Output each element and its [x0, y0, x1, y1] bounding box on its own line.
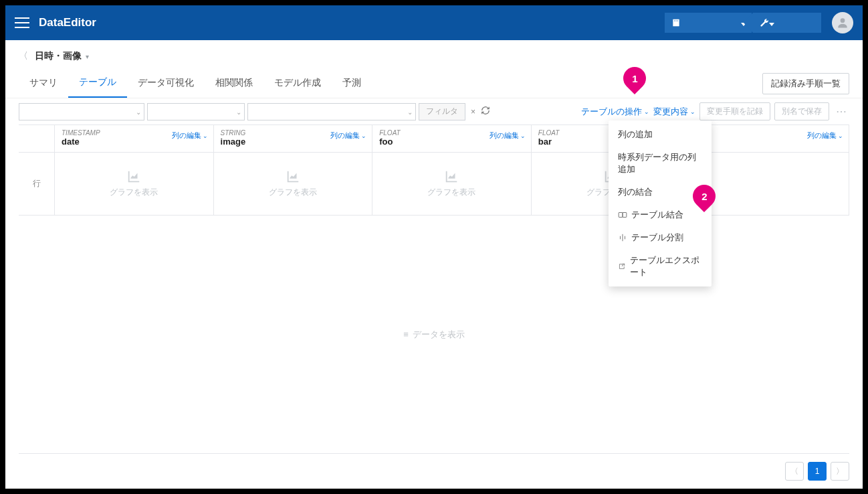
column-edit-link[interactable]: 列の編集⌄	[807, 131, 843, 141]
column-edit-link[interactable]: 列の編集⌄	[330, 131, 366, 141]
menu-add-column[interactable]: 列の追加	[609, 123, 712, 146]
filter-select-3[interactable]: ⌄	[247, 103, 416, 120]
pager-next[interactable]: 〉	[831, 462, 849, 481]
page-title: 日時・画像	[35, 50, 82, 62]
svg-point-4	[841, 18, 845, 23]
svg-rect-3	[677, 21, 678, 21]
tab-summary[interactable]: サマリ	[19, 70, 68, 97]
row-header-spacer	[19, 125, 55, 152]
table-ops-label: テーブルの操作	[581, 106, 642, 118]
tabs-bar: サマリ テーブル データ可視化 相関関係 モデル作成 予測 記録済み手順一覧	[5, 70, 863, 98]
record-steps-button[interactable]: 変更手順を記録	[699, 102, 770, 120]
chart-icon	[444, 169, 459, 184]
column-edit-link[interactable]: 列の編集⌄	[490, 131, 526, 141]
tab-predict[interactable]: 予測	[332, 70, 372, 97]
wrench-icon	[760, 18, 769, 27]
tab-correlation[interactable]: 相関関係	[205, 70, 263, 97]
filter-bar: ⌄ ⌄ ⌄ フィルタ × テーブルの操作⌄ 変更内容⌄ 変更手順を記録 別名で保…	[5, 98, 863, 125]
chart-icon	[126, 169, 141, 184]
column-header-image: STRING image 列の編集⌄	[214, 125, 373, 152]
recorded-steps-button[interactable]: 記録済み手順一覧	[762, 73, 849, 94]
filter-select-1[interactable]: ⌄	[19, 103, 144, 120]
graph-row: 行 グラフを表示 グラフを表示 グラフを表示 グラフを表示	[19, 153, 849, 216]
clear-filter-icon[interactable]: ×	[471, 107, 475, 116]
tools-dropdown[interactable]	[753, 13, 821, 33]
person-icon	[836, 16, 849, 29]
column-header-foo: FLOAT foo 列の編集⌄	[372, 125, 532, 152]
menu-export-table[interactable]: テーブルエクスポート	[609, 249, 712, 284]
user-avatar[interactable]	[832, 12, 853, 33]
save-as-button[interactable]: 別名で保存	[774, 102, 829, 120]
back-chevron-icon[interactable]: 〈	[19, 50, 28, 62]
app-title: DataEditor	[39, 16, 96, 29]
changes-label: 変更内容	[653, 106, 688, 118]
table-area: TIMESTAMP date 列の編集⌄ STRING image 列の編集⌄ …	[5, 125, 863, 457]
refresh-icon[interactable]	[481, 106, 490, 117]
menu-icon[interactable]	[15, 17, 29, 28]
export-icon	[618, 262, 626, 271]
svg-rect-1	[674, 21, 675, 21]
graph-cell[interactable]: グラフを表示	[372, 153, 532, 215]
org-dropdown[interactable]	[665, 13, 752, 33]
breadcrumb: 〈 日時・画像 ▾	[5, 40, 863, 70]
pagination: 〈 1 〉	[5, 457, 863, 489]
callout-pin-2: 2	[693, 185, 716, 214]
column-edit-link[interactable]: 列の編集⌄	[172, 131, 208, 141]
show-data-label[interactable]: データを表示	[413, 329, 465, 341]
split-icon	[618, 233, 627, 242]
callout-pin-1: 1	[623, 67, 646, 96]
building-icon	[671, 18, 681, 27]
chart-icon	[286, 169, 300, 184]
pager-page-1[interactable]: 1	[808, 462, 827, 481]
menu-add-ts-column[interactable]: 時系列データ用の列追加	[609, 146, 712, 181]
svg-rect-5	[619, 213, 623, 218]
title-dropdown-icon[interactable]: ▾	[86, 53, 89, 60]
tab-table[interactable]: テーブル	[68, 70, 127, 98]
filter-button[interactable]: フィルタ	[419, 103, 465, 120]
svg-rect-2	[675, 21, 676, 21]
table-body-empty: ≡ データを表示	[19, 216, 849, 454]
table-header: TIMESTAMP date 列の編集⌄ STRING image 列の編集⌄ …	[19, 125, 849, 153]
column-header-empty: 列の編集⌄	[690, 125, 849, 152]
menu-split-table[interactable]: テーブル分割	[609, 226, 712, 249]
list-bullet-icon: ≡	[403, 329, 409, 339]
app-topbar: DataEditor	[5, 5, 863, 40]
tab-visualize[interactable]: データ可視化	[127, 70, 205, 97]
table-ops-link[interactable]: テーブルの操作⌄	[581, 106, 649, 118]
changes-link[interactable]: 変更内容⌄	[653, 106, 695, 118]
filter-select-2[interactable]: ⌄	[147, 103, 245, 120]
graph-cell[interactable]: グラフを表示	[55, 153, 214, 215]
column-header-date: TIMESTAMP date 列の編集⌄	[55, 125, 214, 152]
row-header-label: 行	[19, 153, 55, 215]
svg-rect-6	[623, 213, 627, 218]
svg-rect-0	[673, 19, 679, 27]
join-icon	[618, 210, 627, 220]
more-icon[interactable]: ⋯	[833, 105, 849, 118]
graph-cell[interactable]: グラフを表示	[214, 153, 373, 215]
pager-prev[interactable]: 〈	[785, 462, 804, 481]
tab-model[interactable]: モデル作成	[263, 70, 332, 97]
